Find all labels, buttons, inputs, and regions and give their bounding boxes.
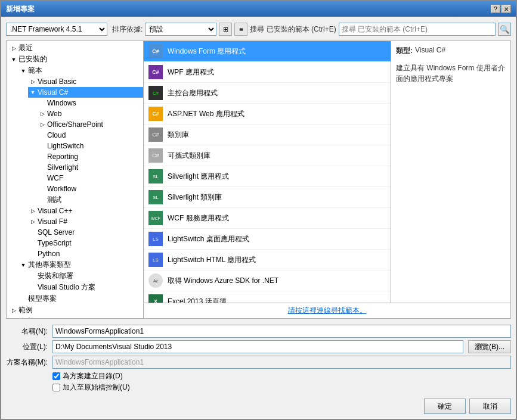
project-item-silverlight-app[interactable]: SL Silverlight 應用程式 — [144, 166, 391, 187]
search-input[interactable] — [339, 23, 496, 36]
tree-item-vcsharp[interactable]: ▼ Visual C# — [28, 87, 143, 98]
tree-item-vfsharp[interactable]: ▷ Visual F# — [28, 216, 143, 227]
tree-label-reporting: Reporting — [47, 153, 78, 161]
project-item-console[interactable]: C# 主控台應用程式 — [144, 83, 391, 104]
project-item-excel[interactable]: X Excel 2013 活頁簿 — [144, 291, 391, 303]
expand-icon-wcf — [38, 173, 47, 183]
project-name-excel: Excel 2013 活頁簿 — [168, 297, 227, 303]
project-item-lightswitch-html[interactable]: LS LightSwitch HTML 應用程式 — [144, 250, 391, 270]
project-name-winform: Windows Form 應用程式 — [168, 46, 246, 57]
tree-item-cloud[interactable]: Cloud — [38, 130, 143, 141]
button-row: 確定 取消 — [6, 399, 511, 414]
tree-item-test[interactable]: 測試 — [38, 194, 143, 206]
checkbox-solution-dir[interactable] — [52, 372, 60, 380]
form-row-name: 名稱(N): — [6, 325, 511, 338]
tree-item-vstudio[interactable]: Visual Studio 方案 — [28, 282, 143, 293]
info-description: 建立具有 Windows Form 使用者介面的應用程式專案 — [396, 63, 506, 84]
project-icon-aspnet: C# — [148, 107, 163, 121]
title-bar-buttons: ? ✕ — [491, 5, 511, 13]
project-icon-lightswitch-html: LS — [148, 253, 163, 267]
dialog-body: .NET Framework 4.5.1 排序依據: 預設 ⊞ ≡ 搜尋 已安裝… — [1, 17, 516, 419]
info-panel: 類型: Visual C# 建立具有 Windows Form 使用者介面的應用… — [391, 41, 510, 303]
expand-icon-setup — [28, 272, 38, 281]
view-grid-button[interactable]: ⊞ — [219, 23, 232, 36]
tree-item-web[interactable]: ▷ Web — [38, 108, 143, 119]
tree-item-samples[interactable]: ▷ 範例 — [9, 304, 143, 316]
project-item-portable[interactable]: C# 可攜式類別庫 — [144, 145, 391, 166]
project-icon-azure: Az — [148, 273, 163, 288]
tree-item-silverlight[interactable]: Silverlight — [38, 162, 143, 173]
view-list-button[interactable]: ≡ — [234, 23, 247, 36]
tree-item-installed[interactable]: ▼ 已安裝的 — [9, 54, 143, 65]
expand-icon-vstudio — [28, 283, 38, 293]
framework-select[interactable]: .NET Framework 4.5.1 — [6, 23, 107, 36]
expand-icon-office: ▷ — [38, 120, 47, 129]
tree-label-silverlight: Silverlight — [47, 163, 78, 172]
form-area: 名稱(N): 位置(L): 瀏覽(B)... 方案名稱(M): — [6, 325, 511, 393]
search-button[interactable]: 🔍 — [498, 23, 511, 36]
name-input[interactable] — [52, 325, 511, 338]
tree-item-python[interactable]: Python — [28, 248, 143, 259]
expand-icon-online: ▷ — [9, 317, 18, 319]
tree-label-installed: 已安裝的 — [18, 54, 47, 64]
project-icon-wpf: C# — [148, 65, 163, 79]
checkbox-source-control[interactable] — [52, 384, 60, 391]
checkbox-row-1: 為方案建立目錄(D) — [52, 371, 130, 381]
tree-label-templates: 範本 — [28, 66, 42, 76]
tree-item-templates[interactable]: ▼ 範本 — [18, 65, 143, 76]
project-name-classlib: 類別庫 — [168, 130, 189, 140]
project-icon-silverlight-app: SL — [148, 169, 163, 183]
tree-item-other[interactable]: ▼ 其他專案類型 — [18, 259, 143, 270]
project-icon-classlib: C# — [148, 127, 163, 142]
tree-item-office[interactable]: ▷ Office/SharePoint — [38, 119, 143, 130]
tree-item-vbasic[interactable]: ▷ Visual Basic — [28, 76, 143, 87]
expand-icon-workflow — [38, 184, 47, 194]
tree-item-reporting[interactable]: Reporting — [38, 151, 143, 162]
tree-item-wcf[interactable]: WCF — [38, 173, 143, 183]
tree-item-setup[interactable]: 安裝和部署 — [28, 270, 143, 282]
location-input[interactable] — [52, 340, 463, 353]
tree-item-vcpp[interactable]: ▷ Visual C++ — [28, 206, 143, 216]
help-button[interactable]: ? — [491, 5, 500, 13]
tree-item-online[interactable]: ▷ 線上 — [9, 316, 143, 318]
tree-item-typescript[interactable]: TypeScript — [28, 238, 143, 248]
main-content: ▷ 最近 ▼ 已安裝的 ▼ 範本 ▷ Visual Basic — [6, 41, 511, 319]
dialog-window: 新增專案 ? ✕ .NET Framework 4.5.1 排序依據: 預設 ⊞… — [0, 0, 517, 420]
sort-select[interactable]: 預設 — [145, 23, 216, 36]
project-name-silverlight-lib: Silverlight 類別庫 — [168, 192, 222, 203]
browse-button[interactable]: 瀏覽(B)... — [468, 340, 511, 353]
expand-icon-samples: ▷ — [9, 306, 18, 315]
project-item-aspnet[interactable]: C# ASP.NET Web 應用程式 — [144, 104, 391, 125]
expand-icon-templates: ▼ — [18, 66, 28, 76]
project-item-lightswitch-desktop[interactable]: LS LightSwitch 桌面應用程式 — [144, 229, 391, 250]
expand-icon-typescript — [28, 238, 38, 248]
ok-button[interactable]: 確定 — [424, 399, 466, 414]
cancel-button[interactable]: 取消 — [469, 399, 511, 414]
checkbox-source-control-label: 加入至原始檔控制(U) — [63, 382, 130, 393]
tree-label-other: 其他專案類型 — [28, 260, 71, 270]
project-item-winform[interactable]: C# Windows Form 應用程式 — [144, 41, 391, 62]
project-name-silverlight-app: Silverlight 應用程式 — [168, 172, 229, 182]
tree-item-lightswitch[interactable]: LightSwitch — [38, 141, 143, 151]
tree-item-recent[interactable]: ▷ 最近 — [9, 42, 143, 54]
project-item-azure[interactable]: Az 取得 Windows Azure SDK for .NET — [144, 270, 391, 291]
tree-item-model[interactable]: 模型專案 — [18, 293, 143, 304]
bottom-link[interactable]: 請按這裡連線尋找範本。 — [288, 306, 367, 315]
tree-label-test: 測試 — [47, 195, 61, 205]
project-name-lightswitch-html: LightSwitch HTML 應用程式 — [168, 255, 256, 265]
tree-label-cloud: Cloud — [47, 131, 66, 139]
close-button[interactable]: ✕ — [501, 5, 511, 13]
project-item-wpf[interactable]: C# WPF 應用程式 — [144, 62, 391, 83]
project-item-wcf-service[interactable]: WCF WCF 服務應用程式 — [144, 208, 391, 229]
checkbox-row-2: 加入至原始檔控制(U) — [52, 382, 130, 393]
project-list-panel: C# Windows Form 應用程式 C# WPF 應用程式 C# 主控台應… — [144, 41, 391, 303]
project-name-azure: 取得 Windows Azure SDK for .NET — [168, 276, 278, 286]
tree-item-workflow[interactable]: Workflow — [38, 183, 143, 194]
tree-item-windows[interactable]: Windows — [38, 98, 143, 108]
project-item-classlib[interactable]: C# 類別庫 — [144, 125, 391, 145]
window-title: 新增專案 — [6, 4, 35, 14]
tree-item-sqlserver[interactable]: SQL Server — [28, 227, 143, 238]
project-item-silverlight-lib[interactable]: SL Silverlight 類別庫 — [144, 187, 391, 208]
solution-input[interactable] — [52, 356, 511, 369]
tree-label-vbasic: Visual Basic — [38, 77, 76, 86]
